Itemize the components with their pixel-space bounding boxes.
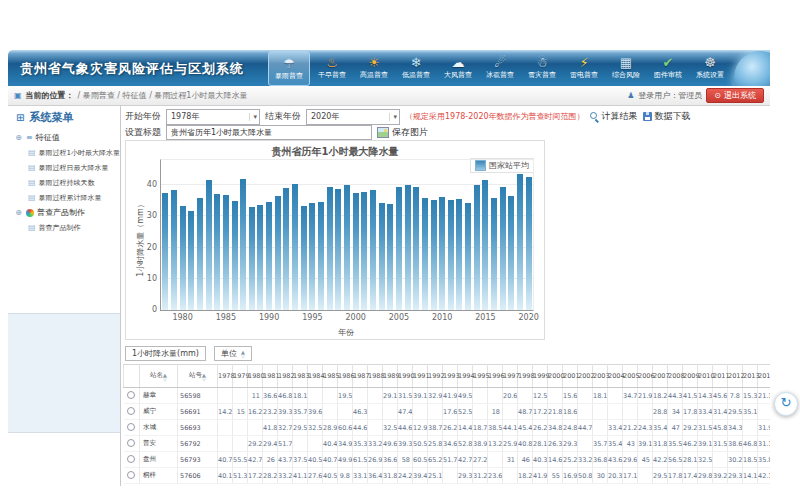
chart-bar [309,203,315,310]
year-header[interactable]: 2012 [728,365,743,388]
logout-button[interactable]: ⊙ 退出系统 [706,88,764,103]
tree-group-header[interactable]: ⊕≡特征值 [14,130,120,145]
tool-map-review[interactable]: ✔图件审核 [648,51,688,84]
year-header[interactable]: 2007 [653,365,668,388]
unit-selector[interactable]: 单位 ▲ ▽ [214,346,252,361]
year-header[interactable]: 1980 [248,365,263,388]
station-id-header[interactable]: 站号▲▽ [178,365,218,388]
value-cell: 26.3 [548,436,563,452]
tool-wind-survey[interactable]: ☁大风普查 [438,51,478,84]
year-header[interactable]: 1981 [263,365,278,388]
tool-high-temp-survey[interactable]: ☀高温普查 [354,51,394,84]
tool-drought-survey[interactable]: ♨干旱普查 [312,51,352,84]
value-cell [323,388,338,404]
tree-item[interactable]: ▤普查产品制作 [14,220,120,235]
lightning-survey-icon: ⚡ [579,56,588,70]
year-header[interactable]: 1987 [353,365,368,388]
year-header[interactable]: 1992 [428,365,443,388]
year-header[interactable]: 1997 [503,365,518,388]
tree-item[interactable]: ▤暴雨过程1小时最大降水量 [14,145,120,160]
tool-hail-survey[interactable]: ☄冰雹普查 [480,51,520,84]
end-year-select[interactable]: 2020年 ▾ [306,109,400,125]
tool-snow-survey[interactable]: ☃雪灾普查 [522,51,562,84]
row-radio[interactable] [127,471,135,479]
expand-icon[interactable]: ⊕ [14,133,23,142]
year-header[interactable]: 1993 [443,365,458,388]
chart-bar [223,195,229,310]
year-header[interactable]: 1984 [308,365,323,388]
row-radio[interactable] [127,423,135,431]
value-cell: 24.2 [398,468,413,484]
station-id-cell: 57606 [178,468,218,484]
sort-icons[interactable]: ▲▽ [202,373,206,381]
year-header[interactable]: 1989 [383,365,398,388]
data-download-button[interactable]: 数据下载 [643,110,691,123]
filter-row-2: 设置标题 保存图片 [125,125,770,140]
year-header[interactable]: 1983 [293,365,308,388]
year-header[interactable]: 2003 [593,365,608,388]
year-header[interactable]: 2011 [713,365,728,388]
year-header[interactable]: 1990 [398,365,413,388]
year-header[interactable]: 1986 [338,365,353,388]
station-name-header[interactable]: 站名▲▽ [140,365,178,388]
tree-item[interactable]: ▤暴雨过程累计降水量 [14,190,120,205]
year-header[interactable]: 2010 [698,365,713,388]
year-header[interactable]: 1982 [278,365,293,388]
sort-icons[interactable]: ▲ ▽ [241,350,245,358]
year-header[interactable]: 2000 [548,365,563,388]
year-header[interactable]: 1996 [488,365,503,388]
chart-title-input[interactable] [166,125,372,140]
row-radio[interactable] [127,439,135,447]
calc-result-button[interactable]: 计算结果 [590,110,638,123]
year-header[interactable]: 1998 [518,365,533,388]
refresh-floating-button[interactable]: ↻ [774,392,798,416]
year-header[interactable]: 1985 [323,365,338,388]
value-cell: 39.1 [638,436,653,452]
tree-group-header[interactable]: ⊕普查产品制作 [14,205,120,220]
year-header[interactable]: 1995 [473,365,488,388]
tree-item[interactable]: ▤暴雨过程持续天数 [14,175,120,190]
year-header[interactable]: 2004 [608,365,623,388]
row-radio[interactable] [127,407,135,415]
year-header[interactable]: 2008 [668,365,683,388]
sort-icons[interactable]: ▲▽ [163,373,167,381]
save-image-button[interactable]: 保存图片 [377,126,428,139]
year-header[interactable]: 2002 [578,365,593,388]
sort-desc-icon: ▽ [202,377,206,381]
year-header[interactable]: 2013 [743,365,758,388]
year-header[interactable]: 1988 [368,365,383,388]
year-header[interactable]: 1999 [533,365,548,388]
value-cell: 49.6 [383,436,398,452]
tool-low-temp-survey[interactable]: ❄低温普查 [396,51,436,84]
app-window: 贵州省气象灾害风险评估与区划系统 ☂暴雨普查♨干旱普查☀高温普查❄低温普查☁大风… [8,50,770,486]
tool-rainstorm-survey[interactable]: ☂暴雨普查 [268,51,310,86]
year-header[interactable]: 2005 [623,365,638,388]
user-icon: ♟ [627,91,634,100]
year-header[interactable]: 2006 [638,365,653,388]
value-cell: 31.1 [758,436,771,452]
year-header[interactable]: 1991 [413,365,428,388]
start-year-select[interactable]: 1978年 ▾ [166,109,260,125]
row-radio[interactable] [127,391,135,399]
year-header[interactable]: 2001 [563,365,578,388]
value-cell [443,468,458,484]
range-note: （规定采用1978-2020年数据作为普查时间范围） [405,111,585,122]
year-header[interactable]: 1994 [458,365,473,388]
expand-icon[interactable]: ⊕ [14,208,23,217]
tool-lightning-survey[interactable]: ⚡雷电普查 [564,51,604,84]
year-header[interactable]: 1978 [218,365,233,388]
row-radio[interactable] [127,455,135,463]
year-header[interactable]: 2014 [758,365,771,388]
chart-bar [283,188,289,311]
tool-comprehensive-risk[interactable]: ▦综合风险 [606,51,646,84]
value-cell: 44.6 [353,420,368,436]
y-tick-label: 0 [133,305,157,314]
year-header[interactable]: 1979 [233,365,248,388]
value-cell: 29.3 [458,468,473,484]
year-header[interactable]: 2009 [683,365,698,388]
breadcrumb-bar: ▣ 当前的位置： / 暴雨普查 / 特征值 / 暴雨过程1小时最大降水量 ♟ 登… [8,86,770,106]
chart-bar [439,197,445,310]
chart-bar [526,177,532,310]
element-selector[interactable]: 1小时降水量(mm) [125,346,206,361]
tree-item[interactable]: ▤暴雨过程日最大降水量 [14,160,120,175]
